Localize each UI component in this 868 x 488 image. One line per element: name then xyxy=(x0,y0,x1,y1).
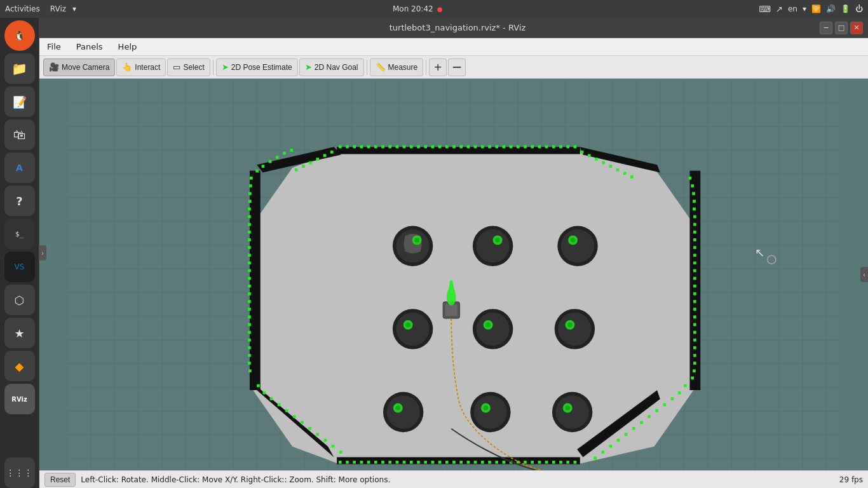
app-name-label[interactable]: RViz xyxy=(50,4,66,13)
battery-icon[interactable]: 🔋 xyxy=(841,4,850,13)
svg-rect-70 xyxy=(693,369,696,372)
toolbar-separator-1 xyxy=(213,60,214,75)
svg-rect-171 xyxy=(255,170,259,173)
window-title: turtlebot3_navigation.rviz* - RViz xyxy=(95,23,820,32)
add-tool-button[interactable]: + xyxy=(429,58,447,76)
svg-rect-61 xyxy=(693,300,696,303)
svg-rect-19 xyxy=(396,146,399,149)
svg-point-188 xyxy=(571,238,575,242)
network-icon[interactable]: ↗ xyxy=(776,4,783,14)
svg-rect-57 xyxy=(693,269,696,273)
svg-rect-128 xyxy=(552,461,555,464)
close-button[interactable]: ✕ xyxy=(850,22,863,34)
nav-goal-button[interactable]: ➤ 2D Nav Goal xyxy=(299,58,364,76)
menu-file[interactable]: File xyxy=(44,41,64,53)
svg-rect-21 xyxy=(410,146,413,149)
dock-starred[interactable]: ★ xyxy=(4,318,35,348)
left-panel-toggle[interactable]: › xyxy=(39,245,46,261)
svg-rect-170 xyxy=(339,451,342,454)
dock-ubuntu[interactable]: 🐧 xyxy=(4,20,35,51)
activities-label[interactable]: Activities xyxy=(5,4,40,13)
svg-rect-166 xyxy=(308,427,311,430)
svg-rect-38 xyxy=(531,146,534,149)
dock-files[interactable]: 📁 xyxy=(4,53,35,84)
move-camera-button[interactable]: 🎥 Move Camera xyxy=(43,58,115,76)
window-controls: − □ ✕ xyxy=(820,22,863,34)
svg-rect-16 xyxy=(374,146,377,149)
volume-icon[interactable]: 🔊 xyxy=(826,4,836,13)
svg-rect-34 xyxy=(503,146,506,149)
dock-all-apps[interactable]: ⋮⋮⋮ xyxy=(4,458,35,488)
dock-writer[interactable]: A xyxy=(4,152,35,183)
move-camera-label: Move Camera xyxy=(62,63,109,72)
reset-button[interactable]: Reset xyxy=(44,473,76,487)
select-button[interactable]: ▭ Select xyxy=(167,58,210,76)
nav-goal-label: 2D Nav Goal xyxy=(315,63,358,72)
map-canvas: ↖ xyxy=(39,79,868,470)
lang-label[interactable]: en xyxy=(788,4,797,13)
pose-estimate-icon: ➤ xyxy=(222,62,229,72)
svg-rect-58 xyxy=(693,277,696,280)
measure-button[interactable]: 📏 Measure xyxy=(370,58,424,76)
svg-rect-133 xyxy=(302,165,305,168)
dock-appstore[interactable]: 🛍 xyxy=(4,119,35,150)
svg-rect-146 xyxy=(684,384,687,388)
svg-rect-150 xyxy=(655,409,658,412)
app-dropdown-icon[interactable]: ▾ xyxy=(72,4,76,13)
dock-text-editor[interactable]: 📝 xyxy=(4,86,35,117)
minimize-button[interactable]: − xyxy=(820,22,832,34)
dock-app[interactable]: ◆ xyxy=(4,351,35,381)
svg-rect-90 xyxy=(248,315,251,318)
interact-button[interactable]: 👆 Interact xyxy=(116,58,166,76)
svg-rect-161 xyxy=(270,397,273,400)
svg-rect-127 xyxy=(545,461,548,464)
svg-point-182 xyxy=(476,229,509,262)
svg-rect-164 xyxy=(293,415,296,418)
svg-rect-120 xyxy=(495,461,498,464)
svg-rect-42 xyxy=(559,146,562,149)
power-icon[interactable]: ⏻ xyxy=(855,4,863,13)
svg-rect-103 xyxy=(374,461,377,464)
viewport[interactable]: ↖ ‹ xyxy=(39,79,868,470)
lang-arrow-icon[interactable]: ▾ xyxy=(803,4,806,13)
pose-estimate-label: 2D Pose Estimate xyxy=(231,63,292,72)
svg-rect-159 xyxy=(257,384,260,388)
right-panel-toggle[interactable]: ‹ xyxy=(860,267,868,282)
svg-rect-35 xyxy=(510,146,513,149)
svg-rect-83 xyxy=(248,261,251,264)
pose-estimate-button[interactable]: ➤ 2D Pose Estimate xyxy=(216,58,298,76)
dock-rviz[interactable]: RViz xyxy=(4,384,35,414)
svg-rect-33 xyxy=(495,146,498,149)
svg-rect-117 xyxy=(474,461,477,464)
svg-rect-101 xyxy=(360,461,363,464)
maximize-button[interactable]: □ xyxy=(835,22,848,34)
remove-tool-button[interactable]: − xyxy=(448,58,466,76)
svg-rect-27 xyxy=(452,146,456,149)
svg-rect-135 xyxy=(316,158,319,161)
svg-rect-29 xyxy=(467,146,470,149)
svg-rect-77 xyxy=(248,215,251,219)
svg-rect-51 xyxy=(693,223,696,226)
keyboard-icon[interactable]: ⌨ xyxy=(759,4,771,14)
svg-rect-126 xyxy=(538,461,541,464)
menu-help[interactable]: Help xyxy=(116,41,140,53)
svg-rect-116 xyxy=(467,461,470,464)
svg-rect-111 xyxy=(431,461,435,464)
svg-rect-121 xyxy=(503,461,506,464)
svg-rect-151 xyxy=(648,415,651,418)
menu-bar: File Panels Help xyxy=(39,38,868,56)
dock-vscode[interactable]: VS xyxy=(4,252,35,282)
svg-rect-41 xyxy=(552,146,555,149)
dock-ros[interactable]: ⬡ xyxy=(4,285,35,315)
svg-rect-104 xyxy=(381,461,384,464)
svg-rect-145 xyxy=(630,175,634,179)
svg-rect-68 xyxy=(693,354,696,357)
svg-rect-89 xyxy=(248,308,251,311)
svg-rect-158 xyxy=(593,457,597,460)
menu-panels[interactable]: Panels xyxy=(74,41,105,53)
dock-help[interactable]: ? xyxy=(4,186,35,216)
title-bar: turtlebot3_navigation.rviz* - RViz − □ ✕ xyxy=(39,18,868,38)
wifi-icon[interactable]: 🛜 xyxy=(811,4,821,13)
dock-terminal[interactable]: $_ xyxy=(4,219,35,249)
svg-rect-50 xyxy=(693,215,696,219)
